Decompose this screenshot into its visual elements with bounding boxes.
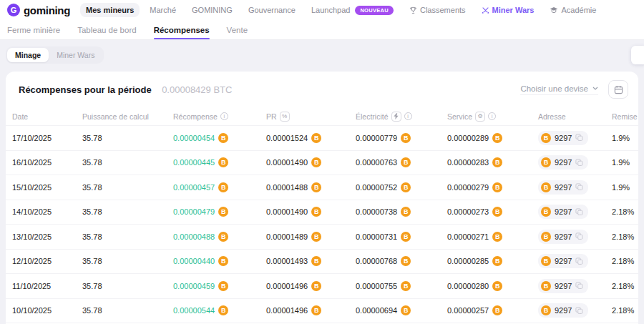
bitcoin-icon: B (492, 232, 502, 242)
table-body: 17/10/202535.780.00000454B0.00001524B0.0… (6, 126, 638, 323)
chevron-down-icon (592, 87, 598, 90)
power-cell: 35.78 (82, 158, 173, 167)
discount-cell: 2.18% (612, 232, 638, 241)
date-cell: 16/10/2025 (12, 158, 82, 167)
pr-cell: 0.00001496B (266, 305, 356, 315)
nav-item-gomining[interactable]: GOMINING (186, 3, 238, 17)
toggle-minage[interactable]: Minage (7, 48, 49, 62)
column-label: PR (266, 112, 277, 121)
address-badge[interactable]: B9297 (538, 205, 588, 219)
table-row: 16/10/202535.780.00000445B0.00001490B0.0… (6, 151, 638, 176)
service-cell: 0.00000257B (447, 305, 538, 315)
discount-cell: 2.18% (612, 306, 638, 315)
discount-cell: 2.18% (612, 282, 638, 290)
power-cell: 35.78 (82, 232, 173, 241)
nav-item-mes-mineurs[interactable]: Mes mineurs (80, 3, 140, 17)
bitcoin-icon: B (311, 207, 321, 217)
bitcoin-icon: B (218, 157, 228, 167)
copy-icon[interactable] (575, 307, 583, 315)
tab-tableau-de-bord[interactable]: Tableau de bord (77, 20, 136, 39)
address-cell: B9297 (538, 303, 612, 318)
discount-cell: 1.9% (612, 158, 638, 167)
copy-icon[interactable] (575, 134, 583, 142)
date-cell: 14/10/2025 (12, 207, 82, 216)
address-badge[interactable]: B9297 (538, 303, 588, 318)
column-label: Date (12, 112, 28, 121)
electricity-cell: 0.00000768B (356, 256, 447, 266)
copy-icon[interactable] (575, 159, 583, 167)
col-power: Puissance de calcul (82, 112, 173, 121)
address-badge[interactable]: B9297 (538, 230, 588, 244)
bitcoin-icon: B (492, 256, 502, 266)
column-label: Service (447, 112, 472, 121)
pr-cell: 0.00001489B (266, 232, 356, 242)
bitcoin-icon: B (311, 157, 321, 167)
calendar-button[interactable] (608, 80, 628, 99)
currency-selector[interactable]: Choisir une devise (520, 84, 598, 95)
address-badge[interactable]: B9297 (538, 155, 588, 170)
bitcoin-icon: B (492, 182, 502, 192)
nav-item-classements[interactable]: Classements (404, 3, 472, 17)
copy-icon[interactable] (575, 232, 583, 240)
info-icon[interactable]: i (404, 112, 412, 120)
address-cell: B9297 (538, 131, 612, 145)
nav-item-launchpad[interactable]: Launchpad NOUVEAU (306, 3, 399, 18)
col-date: Date (12, 112, 82, 121)
address-badge[interactable]: B9297 (538, 180, 588, 195)
col-address: Adresse (538, 112, 612, 121)
reward-cell: 0.00000544B (173, 305, 266, 315)
date-cell: 12/10/2025 (12, 257, 82, 265)
currency-selector-label: Choisir une devise (520, 84, 588, 93)
info-icon[interactable]: i (488, 112, 496, 120)
nav-item-gouvernance[interactable]: Gouvernance (243, 3, 301, 17)
table-header: Date Puissance de calcul Récompense i PR… (6, 107, 638, 126)
bitcoin-icon: B (218, 207, 228, 217)
bitcoin-icon: B (401, 305, 411, 315)
pr-cell: 0.00001490B (266, 157, 356, 167)
discount-cell: 2.18% (612, 257, 638, 265)
service-cell: 0.00000285B (447, 256, 538, 266)
nav-item-marche[interactable]: Marché (144, 3, 182, 17)
copy-icon[interactable] (575, 282, 583, 290)
bitcoin-icon: B (492, 207, 502, 217)
info-icon[interactable]: i (220, 112, 228, 120)
service-cell: 0.00000273B (447, 207, 538, 217)
bitcoin-icon: B (311, 281, 321, 291)
panel-controls: Choisir une devise (520, 80, 628, 99)
copy-icon[interactable] (575, 257, 583, 265)
service-cell: 0.00000280B (447, 281, 538, 291)
bitcoin-icon: B (311, 305, 321, 315)
copy-icon[interactable] (575, 208, 583, 216)
brand-name: gomining (24, 4, 70, 16)
bitcoin-icon: B (492, 281, 502, 291)
nav-items: Mes mineurs Marché GOMINING Gouvernance … (80, 3, 602, 18)
bitcoin-icon: B (401, 207, 411, 217)
brand-logo[interactable]: G gomining (7, 4, 70, 16)
tab-recompenses[interactable]: Récompenses (154, 20, 210, 39)
column-label: Électricité (356, 112, 389, 121)
address-badge[interactable]: B9297 (538, 131, 588, 145)
bitcoin-icon: B (401, 157, 411, 167)
bitcoin-icon: B (311, 182, 321, 192)
nav-item-academie[interactable]: Académie (544, 3, 602, 17)
address-badge[interactable]: B9297 (538, 279, 588, 293)
copy-icon[interactable] (575, 183, 583, 191)
nav-item-miner-wars[interactable]: Miner Wars (476, 3, 540, 17)
power-cell: 35.78 (82, 207, 173, 216)
address-badge[interactable]: B9297 (538, 254, 588, 268)
bitcoin-icon: B (492, 305, 502, 315)
reward-cell: 0.00000457B (173, 182, 266, 192)
tab-ferme-miniere[interactable]: Ferme minière (7, 20, 60, 39)
electricity-cell: 0.00000752B (356, 182, 447, 192)
address-cell: B9297 (538, 279, 612, 293)
electricity-cell: 0.00000738B (356, 207, 447, 217)
floating-widget-button[interactable] (631, 46, 644, 64)
reward-cell: 0.00000445B (173, 157, 266, 167)
view-toggle: Minage Miner Wars (6, 46, 104, 64)
rewards-panel: Récompenses pour la période 0.00008429 B… (6, 72, 638, 324)
toggle-miner-wars[interactable]: Miner Wars (49, 48, 102, 62)
electricity-cell: 0.00000779B (356, 133, 447, 143)
nav-label: GOMINING (192, 6, 233, 14)
tab-vente[interactable]: Vente (227, 20, 248, 39)
pr-cell: 0.00001496B (266, 281, 356, 291)
